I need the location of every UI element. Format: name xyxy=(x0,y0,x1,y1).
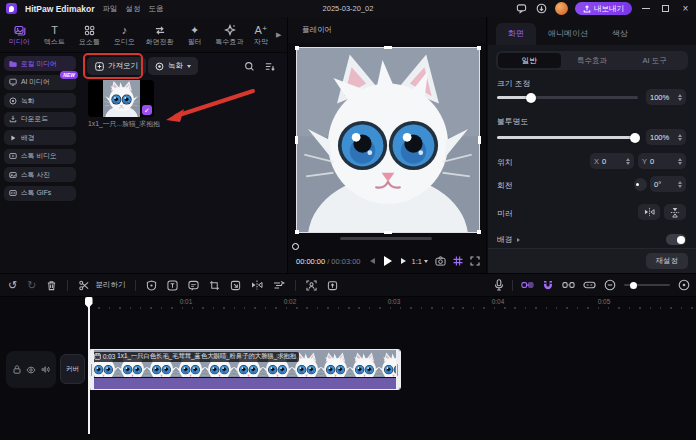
tab-screen[interactable]: 화면 xyxy=(496,23,536,45)
ai-portrait-button[interactable] xyxy=(306,280,317,291)
size-slider-knob[interactable] xyxy=(526,93,536,103)
add-subtitle-button[interactable] xyxy=(188,280,199,291)
size-stepper[interactable] xyxy=(678,94,682,101)
speed-button[interactable] xyxy=(273,280,285,290)
subtab-ai-tools[interactable]: AI 도구 xyxy=(623,53,686,68)
mirror-button[interactable] xyxy=(251,280,263,290)
sidebar-item-stock-gifs[interactable]: 스톡 GIFs xyxy=(4,186,76,201)
maximize-button[interactable] xyxy=(659,2,672,15)
clip-trim-handle-right[interactable] xyxy=(396,350,401,389)
opacity-value-box[interactable]: 100% xyxy=(646,129,686,145)
background-toggle[interactable] xyxy=(666,234,686,245)
redo-button[interactable]: ↻ xyxy=(27,280,36,291)
unlink-clips-button[interactable] xyxy=(562,280,575,290)
sidebar-item-stock-video[interactable]: 스톡 비디오 xyxy=(4,149,76,164)
tab-subtitle[interactable]: A⁺ 자막 xyxy=(247,23,275,47)
delete-button[interactable] xyxy=(46,280,57,291)
position-x-box[interactable]: X 0 xyxy=(590,153,634,169)
y-stepper[interactable] xyxy=(678,158,682,165)
mask-button[interactable] xyxy=(146,280,157,291)
rotation-dial[interactable] xyxy=(634,178,647,191)
crop-button[interactable] xyxy=(209,280,220,291)
tab-transition[interactable]: 화면전환 xyxy=(142,23,177,47)
search-icon[interactable] xyxy=(242,59,257,74)
tab-audio[interactable]: ♪ 오디오 xyxy=(107,23,142,47)
grid-icon[interactable] xyxy=(453,256,463,266)
sidebar-item-record[interactable]: 녹화 xyxy=(4,93,76,108)
timeline-zoom-out-button[interactable] xyxy=(604,279,616,291)
fullscreen-icon[interactable] xyxy=(470,256,480,266)
sort-icon[interactable] xyxy=(262,59,277,74)
sidebar-item-ai-media[interactable]: AI 미디어 NEW xyxy=(4,75,76,90)
rotation-stepper[interactable] xyxy=(678,181,682,188)
upload-media-button[interactable] xyxy=(327,280,338,291)
position-y-box[interactable]: Y 0 xyxy=(638,153,686,169)
menu-file[interactable]: 파일 xyxy=(102,4,117,14)
tab-media-label: 미디어 xyxy=(9,37,30,47)
tab-color[interactable]: 색상 xyxy=(600,23,640,45)
next-frame-button[interactable] xyxy=(401,258,406,264)
player-canvas[interactable] xyxy=(297,48,479,232)
timeline-clip[interactable]: 0:03 1x1_一只白色长毛_毛茸茸_蓝色大眼睛_粉鼻子的大脸猫_求抱抱 xyxy=(88,349,401,390)
size-slider[interactable] xyxy=(497,96,638,99)
more-tools-arrow-icon[interactable]: ▶ xyxy=(276,31,281,39)
media-clip-thumbnail[interactable]: ✓ xyxy=(88,80,154,117)
tab-elements[interactable]: 요소들 xyxy=(72,23,107,47)
subtab-general[interactable]: 일반 xyxy=(498,53,561,68)
canvas-scrollbar[interactable] xyxy=(340,237,432,240)
seek-knob[interactable] xyxy=(292,243,299,250)
split-button[interactable] xyxy=(78,280,90,291)
track-mute-icon[interactable] xyxy=(41,365,50,374)
track-visibility-icon[interactable] xyxy=(26,366,36,374)
download-icon[interactable] xyxy=(535,2,548,15)
size-value: 100% xyxy=(650,93,678,102)
timeline-zoom-fit-button[interactable] xyxy=(678,279,690,291)
add-text-button[interactable] xyxy=(167,280,178,291)
track-lock-icon[interactable] xyxy=(13,365,21,374)
menu-settings[interactable]: 설정 xyxy=(125,4,140,14)
sidebar-item-stock-photo[interactable]: 스톡 사진 xyxy=(4,167,76,182)
x-stepper[interactable] xyxy=(626,158,630,165)
user-avatar[interactable] xyxy=(555,2,568,15)
zoom-ratio-dropdown[interactable]: 1:1 xyxy=(412,257,428,266)
minimize-button[interactable] xyxy=(639,2,652,15)
menu-help[interactable]: 도움 xyxy=(148,4,163,14)
rotation-value-box[interactable]: 0° xyxy=(650,176,686,192)
export-button[interactable]: 내보내기 xyxy=(575,2,632,15)
sidebar-item-background[interactable]: 배경 xyxy=(4,130,76,145)
tab-effects[interactable]: 특수효과 xyxy=(212,23,247,47)
flip-vertical-button[interactable] xyxy=(664,204,686,220)
close-button[interactable]: × xyxy=(679,2,692,15)
export-frame-button[interactable] xyxy=(230,280,241,291)
tab-animation[interactable]: 애니메이션 xyxy=(536,23,600,45)
title-bar: HitPaw Edimakor 파일 설정 도움 2025-03-20_02 내… xyxy=(0,0,696,17)
inspector-subtabs: 일반 특수효과 AI 도구 xyxy=(496,51,688,70)
timeline-zoom-slider[interactable] xyxy=(624,284,670,286)
split-label[interactable]: 분리하기 xyxy=(95,280,125,290)
opacity-slider-knob[interactable] xyxy=(630,133,640,143)
opacity-stepper[interactable] xyxy=(678,134,682,141)
flip-horizontal-button[interactable] xyxy=(638,204,660,220)
snapshot-icon[interactable] xyxy=(435,256,446,266)
tab-media[interactable]: 미디어 xyxy=(2,23,37,47)
size-value-box[interactable]: 100% xyxy=(646,89,686,105)
clip-trim-handle-left[interactable] xyxy=(89,350,94,389)
previous-frame-button[interactable] xyxy=(370,258,375,264)
expand-tracks-button[interactable] xyxy=(583,280,596,290)
sidebar-item-local-media[interactable]: 로컬 미디어 xyxy=(4,56,76,71)
feedback-icon[interactable] xyxy=(515,2,528,15)
undo-button[interactable]: ↺ xyxy=(8,280,17,291)
link-clips-button[interactable] xyxy=(521,280,534,290)
timeline-ruler[interactable]: 0:01 0:02 0:03 0:04 0:05 xyxy=(88,297,696,311)
cover-button[interactable]: 커버 xyxy=(60,354,85,384)
sidebar-item-download[interactable]: 다운로드 xyxy=(4,112,76,127)
tab-text[interactable]: T 텍스트 xyxy=(37,23,72,47)
subtab-effects[interactable]: 특수효과 xyxy=(561,53,624,68)
tab-filter[interactable]: ✦ 필터 xyxy=(177,23,212,47)
magnet-snap-button[interactable] xyxy=(542,280,554,291)
voiceover-mic-button[interactable] xyxy=(494,279,504,291)
play-button[interactable] xyxy=(384,256,392,266)
record-button[interactable]: 녹화 xyxy=(148,57,198,75)
opacity-slider[interactable] xyxy=(497,136,638,139)
reset-button[interactable]: 재설정 xyxy=(646,253,689,269)
